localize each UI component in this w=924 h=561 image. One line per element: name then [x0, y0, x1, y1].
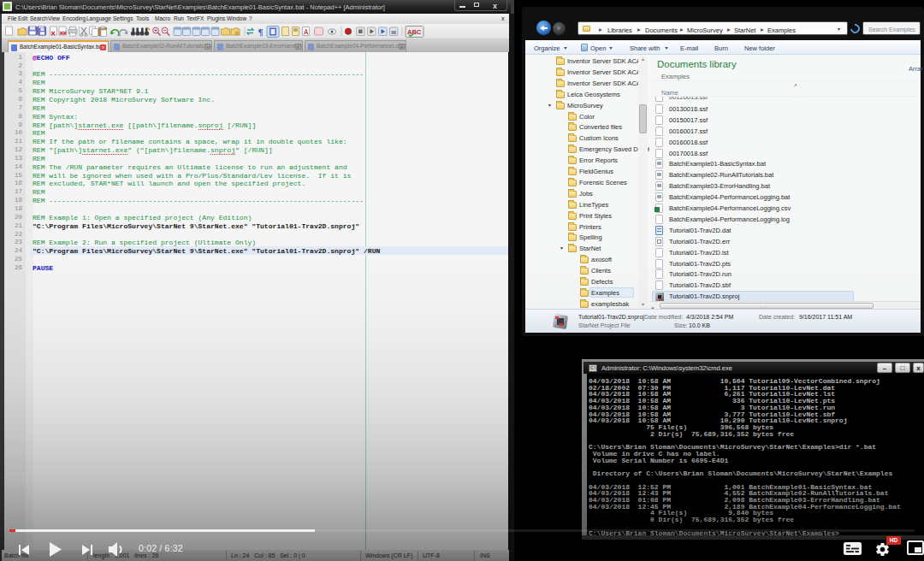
svg-text:ABC: ABC	[407, 28, 422, 36]
svg-text:¶: ¶	[258, 27, 264, 37]
